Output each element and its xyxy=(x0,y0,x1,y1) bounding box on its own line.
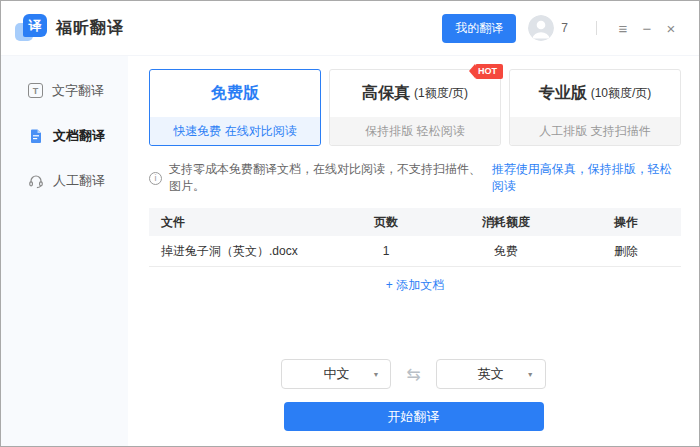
menu-icon[interactable]: ≡ xyxy=(611,21,635,36)
app-title: 福昕翻译 xyxy=(56,18,124,39)
header-right: 我的翻译 7 ≡ − × xyxy=(442,14,683,43)
sidebar-item-text-translate[interactable]: T 文字翻译 xyxy=(1,68,128,113)
sidebar-item-document-translate[interactable]: 文档翻译 xyxy=(1,113,128,158)
file-name: 掉进兔子洞（英文）.docx xyxy=(149,243,331,260)
notice-line: i 支持零成本免费翻译文档，在线对比阅读，不支持扫描件、图片。 推荐使用高保真，… xyxy=(149,161,681,195)
text-translate-icon: T xyxy=(28,83,43,98)
column-header-action: 操作 xyxy=(571,214,681,231)
target-language-select[interactable]: 英文 ▼ xyxy=(436,359,546,389)
sidebar: T 文字翻译 文档翻译 人工翻译 xyxy=(1,56,128,446)
column-header-pages: 页数 xyxy=(331,214,441,231)
translate-controls: 中文 ▼ ⇆ 英文 ▼ 开始翻译 xyxy=(128,359,699,431)
language-row: 中文 ▼ ⇆ 英文 ▼ xyxy=(281,359,545,389)
chevron-down-icon: ▼ xyxy=(527,371,534,378)
logo-translate-icon: 译 xyxy=(23,14,47,37)
target-language-value: 英文 xyxy=(478,365,504,383)
table-header-row: 文件 页数 消耗额度 操作 xyxy=(149,208,681,236)
source-language-value: 中文 xyxy=(323,365,349,383)
plan-card-high-fidelity[interactable]: HOT 高保真 (1额度/页) 保持排版 轻松阅读 xyxy=(329,69,501,146)
delete-file-button[interactable]: 删除 xyxy=(571,243,681,260)
plan-name: 高保真 xyxy=(362,83,410,104)
column-header-file: 文件 xyxy=(149,214,331,231)
plan-desc: 人工排版 支持扫描件 xyxy=(510,117,680,145)
sidebar-item-label: 文字翻译 xyxy=(52,82,104,100)
add-document-link[interactable]: + 添加文档 xyxy=(149,277,681,294)
notice-text: 支持零成本免费翻译文档，在线对比阅读，不支持扫描件、图片。 xyxy=(169,161,492,195)
swap-languages-icon[interactable]: ⇆ xyxy=(406,364,420,385)
plan-card-title: 专业版 (10额度/页) xyxy=(510,70,680,117)
notice-recommend-link[interactable]: 推荐使用高保真，保持排版，轻松阅读 xyxy=(492,161,681,195)
plan-price: (1额度/页) xyxy=(414,85,468,102)
plan-card-free[interactable]: 免费版 快速免费 在线对比阅读 xyxy=(149,69,321,146)
start-translate-button[interactable]: 开始翻译 xyxy=(284,402,544,431)
app-logo: 译 xyxy=(15,13,47,43)
credit-count: 7 xyxy=(561,21,568,35)
header: 译 福昕翻译 我的翻译 7 ≡ − × xyxy=(1,1,699,56)
plan-cards: 免费版 快速免费 在线对比阅读 HOT 高保真 (1额度/页) 保持排版 轻松阅… xyxy=(149,69,681,146)
column-header-quota: 消耗额度 xyxy=(441,214,571,231)
document-translate-icon xyxy=(28,128,44,144)
plan-name: 免费版 xyxy=(211,83,259,104)
file-quota: 免费 xyxy=(441,243,571,260)
plan-name: 专业版 xyxy=(539,83,587,104)
main-content: 免费版 快速免费 在线对比阅读 HOT 高保真 (1额度/页) 保持排版 轻松阅… xyxy=(128,56,699,446)
plan-desc: 保持排版 轻松阅读 xyxy=(330,117,500,145)
source-language-select[interactable]: 中文 ▼ xyxy=(281,359,391,389)
sidebar-item-label: 文档翻译 xyxy=(53,127,105,145)
body: T 文字翻译 文档翻译 人工翻译 xyxy=(1,56,699,446)
sidebar-item-human-translate[interactable]: 人工翻译 xyxy=(1,158,128,203)
human-translate-icon xyxy=(28,173,44,189)
file-table: 文件 页数 消耗额度 操作 掉进兔子洞（英文）.docx 1 免费 删除 xyxy=(149,208,681,267)
hot-badge: HOT xyxy=(475,64,503,79)
sidebar-item-label: 人工翻译 xyxy=(53,172,105,190)
info-icon: i xyxy=(149,172,162,185)
avatar[interactable] xyxy=(528,15,554,41)
chevron-down-icon: ▼ xyxy=(372,371,379,378)
header-divider xyxy=(596,21,597,35)
plan-card-professional[interactable]: 专业版 (10额度/页) 人工排版 支持扫描件 xyxy=(509,69,681,146)
plan-price: (10额度/页) xyxy=(591,85,652,102)
file-pages: 1 xyxy=(331,244,441,258)
user-avatar-icon xyxy=(528,15,554,41)
plan-desc: 快速免费 在线对比阅读 xyxy=(150,117,320,145)
plan-card-title: 免费版 xyxy=(150,70,320,117)
my-translations-button[interactable]: 我的翻译 xyxy=(442,14,516,43)
close-icon[interactable]: × xyxy=(659,21,683,36)
table-row: 掉进兔子洞（英文）.docx 1 免费 删除 xyxy=(149,236,681,267)
minimize-icon[interactable]: − xyxy=(635,21,659,36)
app-window: 译 福昕翻译 我的翻译 7 ≡ − × T 文字翻译 xyxy=(0,0,700,447)
